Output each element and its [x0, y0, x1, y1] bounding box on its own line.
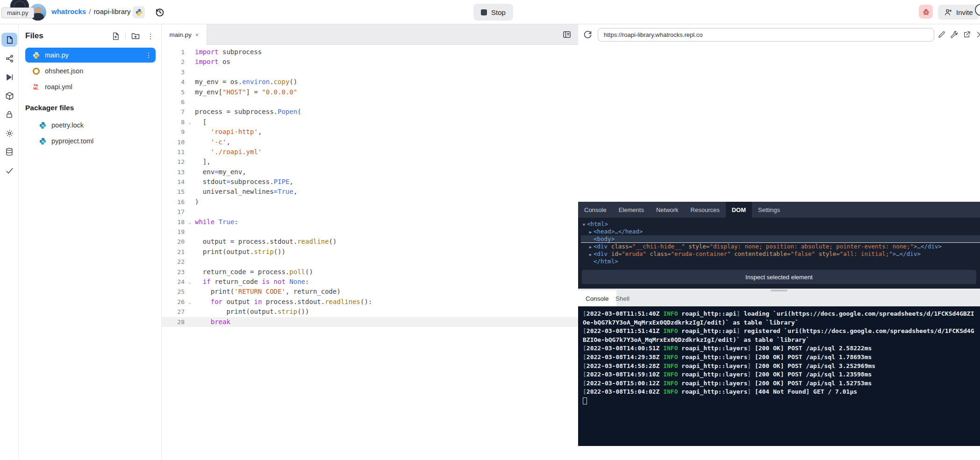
- code-line-21[interactable]: 21 print(output.strip()): [162, 247, 578, 257]
- line-number: 3: [162, 67, 185, 77]
- rail-settings-icon[interactable]: [1, 126, 17, 140]
- code-line-25[interactable]: 25 print('RETURN CODE', return_code): [162, 287, 578, 297]
- devtools-tab-bar: ConsoleElementsNetworkResourcesDOMSettin…: [578, 202, 980, 218]
- expand-arrow-icon[interactable]: ▼: [581, 221, 587, 228]
- code-line-13[interactable]: 13 env=my_env,: [162, 167, 578, 177]
- history-icon[interactable]: [155, 7, 165, 17]
- close-tab-icon[interactable]: ×: [195, 31, 199, 38]
- breadcrumb-repl-name[interactable]: roapi-library: [93, 7, 130, 15]
- code-line-27[interactable]: 27 print(output.strip()): [162, 307, 578, 317]
- rail-checklist-icon[interactable]: [1, 163, 17, 177]
- dom-node[interactable]: ▶<head>…</head>: [581, 228, 980, 235]
- code-line-1[interactable]: 1import subprocess: [162, 47, 578, 57]
- rail-packages-icon[interactable]: [1, 89, 17, 103]
- code-line-28[interactable]: 28 break: [162, 317, 578, 327]
- code-line-7[interactable]: 7process = subprocess.Popen(: [162, 107, 578, 117]
- devtools-tab-console[interactable]: Console: [578, 202, 613, 218]
- refresh-icon[interactable]: [583, 29, 593, 39]
- eruda-devtools: ConsoleElementsNetworkResourcesDOMSettin…: [578, 202, 980, 289]
- resize-drag-handle[interactable]: [771, 290, 787, 291]
- devtools-tab-settings[interactable]: Settings: [752, 202, 786, 218]
- rail-database-icon[interactable]: [1, 145, 17, 159]
- code-line-18[interactable]: 18⌄while True:: [162, 217, 578, 227]
- log-line: [2022-03-08T11:51:41Z INFO roapi_http::a…: [583, 327, 975, 344]
- code-line-8[interactable]: 8⌄ [: [162, 117, 578, 127]
- code-area[interactable]: 1import subprocess2import os34my_env = o…: [162, 45, 578, 327]
- devtools-wrench-icon[interactable]: [950, 30, 959, 39]
- dom-node[interactable]: ▶<div id="eruda" class="eruda-container"…: [581, 250, 980, 258]
- code-line-17[interactable]: 17: [162, 207, 578, 217]
- file-row-roapi.yml[interactable]: YAMLroapi.yml: [25, 79, 156, 94]
- code-text: '-c',: [195, 137, 578, 147]
- url-input[interactable]: [598, 28, 934, 42]
- files-panel-title: Files: [25, 31, 106, 41]
- line-number: 13: [162, 167, 185, 177]
- code-line-24[interactable]: 24⌄ if return_code is not None:: [162, 277, 578, 287]
- fold-arrow-icon[interactable]: ⌄: [185, 117, 195, 127]
- code-line-11[interactable]: 11 './roapi.yml': [162, 147, 578, 157]
- code-line-19[interactable]: 19: [162, 227, 578, 237]
- dom-node[interactable]: ▼<html>: [581, 220, 980, 228]
- new-file-icon[interactable]: [110, 31, 121, 41]
- fold-arrow-icon[interactable]: ⌄: [185, 217, 195, 227]
- fold-arrow-icon[interactable]: ⌄: [185, 297, 195, 307]
- devtools-tab-dom[interactable]: DOM: [726, 202, 752, 218]
- file-row-pyproject.toml[interactable]: pyproject.toml: [25, 134, 156, 149]
- breadcrumb-username[interactable]: whatrocks: [51, 7, 86, 15]
- rail-secrets-icon[interactable]: [1, 107, 17, 121]
- files-menu-kebab-icon[interactable]: ⋮: [145, 31, 156, 41]
- file-row-ohsheet.json[interactable]: ohsheet.json: [25, 64, 156, 78]
- close-preview-icon[interactable]: [976, 30, 980, 39]
- line-number: 11: [162, 147, 185, 157]
- file-kebab-icon[interactable]: ⋮: [145, 53, 152, 57]
- dom-node[interactable]: ▶<div class="__chii-hide__" style="displ…: [581, 243, 980, 250]
- code-line-5[interactable]: 5my_env["HOST"] = "0.0.0.0": [162, 87, 578, 97]
- code-line-23[interactable]: 23 return_code = process.poll(): [162, 267, 578, 277]
- code-line-9[interactable]: 9 'roapi-http',: [162, 127, 578, 137]
- invite-button[interactable]: Invite: [938, 5, 979, 20]
- code-line-6[interactable]: 6: [162, 97, 578, 107]
- dom-node[interactable]: </html>: [581, 258, 980, 265]
- code-line-20[interactable]: 20 output = process.stdout.readline(): [162, 237, 578, 247]
- bug-report-button[interactable]: [919, 5, 933, 19]
- code-line-16[interactable]: 16): [162, 197, 578, 207]
- devtools-tab-resources[interactable]: Resources: [685, 202, 726, 218]
- file-row-poetry.lock[interactable]: poetry.lock: [25, 118, 156, 133]
- expand-arrow-icon[interactable]: ▶: [587, 251, 594, 258]
- line-number: 23: [162, 267, 185, 277]
- code-line-12[interactable]: 12 ],: [162, 157, 578, 167]
- tab-main-py[interactable]: main.py ×: [162, 24, 207, 45]
- new-folder-icon[interactable]: [130, 31, 141, 41]
- stop-button[interactable]: Stop: [473, 4, 513, 21]
- layout-toggle-icon[interactable]: [562, 30, 572, 39]
- edit-url-pencil-icon[interactable]: [937, 30, 946, 39]
- python-language-icon: [133, 6, 145, 18]
- rail-run-icon[interactable]: [1, 70, 17, 84]
- code-text: [195, 67, 578, 77]
- browser-toolbar: [578, 24, 980, 45]
- webview-panel: ConsoleElementsNetworkResourcesDOMSettin…: [578, 24, 980, 460]
- code-line-10[interactable]: 10 '-c',: [162, 137, 578, 147]
- code-line-22[interactable]: 22: [162, 257, 578, 267]
- dom-node-selected[interactable]: <body>: [581, 235, 980, 243]
- code-line-4[interactable]: 4my_env = os.environ.copy(): [162, 77, 578, 87]
- console-output[interactable]: [2022-03-08T11:51:40Z INFO roapi_http::a…: [578, 306, 980, 446]
- devtools-tab-elements[interactable]: Elements: [613, 202, 650, 218]
- rendered-page-viewport[interactable]: [578, 45, 980, 202]
- code-line-3[interactable]: 3: [162, 67, 578, 77]
- log-line: [2022-03-08T15:04:02Z INFO roapi_http::l…: [583, 388, 975, 396]
- code-line-14[interactable]: 14 stdout=subprocess.PIPE,: [162, 177, 578, 187]
- code-line-15[interactable]: 15 universal_newlines=True,: [162, 187, 578, 197]
- inspect-selected-element-button[interactable]: Inspect selected element: [582, 270, 976, 284]
- expand-arrow-icon[interactable]: ▶: [587, 243, 594, 251]
- fold-arrow-icon[interactable]: ⌄: [185, 277, 195, 287]
- open-in-new-tab-icon[interactable]: [963, 30, 971, 39]
- code-line-2[interactable]: 2import os: [162, 57, 578, 67]
- devtools-tab-network[interactable]: Network: [650, 202, 685, 218]
- rail-version-control-icon[interactable]: [1, 51, 17, 65]
- rail-files-icon[interactable]: [1, 33, 17, 47]
- code-line-26[interactable]: 26⌄ for output in process.stdout.readlin…: [162, 297, 578, 307]
- tab-shell[interactable]: Shell: [608, 290, 637, 306]
- expand-arrow-icon[interactable]: ▶: [587, 228, 594, 236]
- file-row-main.py[interactable]: main.py⋮: [25, 48, 156, 63]
